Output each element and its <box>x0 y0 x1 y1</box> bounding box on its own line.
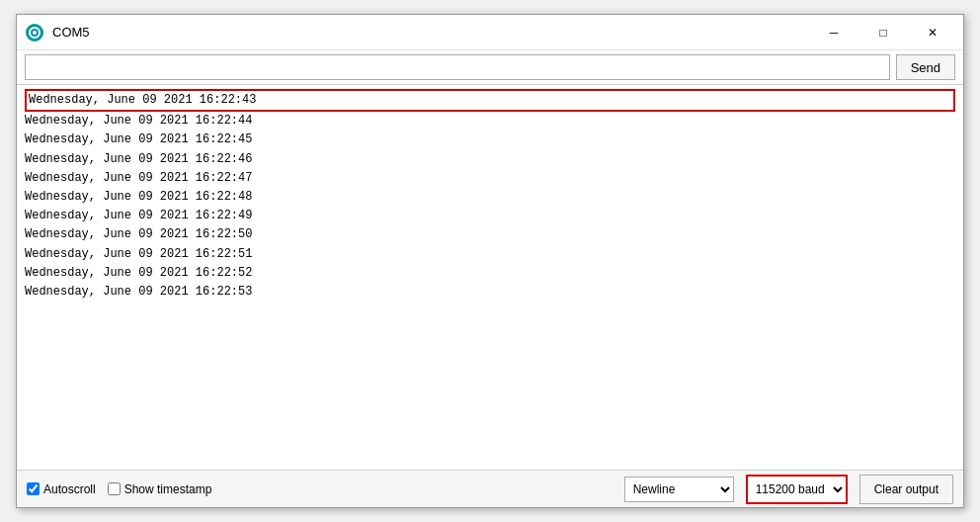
output-line: Wednesday, June 09 2021 16:22:49 <box>25 207 955 225</box>
title-bar: COM5 ─ □ ✕ <box>17 15 963 50</box>
status-bar: Autoscroll Show timestamp No line ending… <box>17 470 963 507</box>
output-line: Wednesday, June 09 2021 16:22:53 <box>25 283 955 302</box>
window-controls: ─ □ ✕ <box>811 18 955 47</box>
autoscroll-text: Autoscroll <box>43 482 96 496</box>
svg-point-2 <box>33 31 37 35</box>
output-line: Wednesday, June 09 2021 16:22:44 <box>25 112 955 130</box>
autoscroll-label[interactable]: Autoscroll <box>27 482 96 496</box>
baud-select-wrapper: 300 baud1200 baud2400 baud4800 baud9600 … <box>746 475 848 504</box>
output-line: Wednesday, June 09 2021 16:22:51 <box>25 245 955 264</box>
output-line: Wednesday, June 09 2021 16:22:50 <box>25 225 955 244</box>
output-line: Wednesday, June 09 2021 16:22:48 <box>25 188 955 207</box>
autoscroll-checkbox[interactable] <box>27 482 40 495</box>
output-area[interactable]: Wednesday, June 09 2021 16:22:43Wednesda… <box>17 85 963 470</box>
output-line: Wednesday, June 09 2021 16:22:52 <box>25 264 955 283</box>
app-icon <box>25 23 44 43</box>
baud-select[interactable]: 300 baud1200 baud2400 baud4800 baud9600 … <box>748 477 846 502</box>
show-timestamp-text: Show timestamp <box>124 482 212 496</box>
minimize-button[interactable]: ─ <box>811 18 857 47</box>
output-line: Wednesday, June 09 2021 16:22:46 <box>25 150 955 169</box>
window-title: COM5 <box>52 25 811 40</box>
send-button[interactable]: Send <box>896 54 955 80</box>
maximize-button[interactable]: □ <box>860 18 906 47</box>
show-timestamp-checkbox[interactable] <box>108 482 121 495</box>
output-line: Wednesday, June 09 2021 16:22:43 <box>25 89 955 112</box>
output-line: Wednesday, June 09 2021 16:22:47 <box>25 169 955 188</box>
clear-output-button[interactable]: Clear output <box>859 475 953 504</box>
show-timestamp-label[interactable]: Show timestamp <box>108 482 212 496</box>
main-window: COM5 ─ □ ✕ Send Wednesday, June 09 2021 … <box>16 14 964 508</box>
close-button[interactable]: ✕ <box>910 18 955 47</box>
output-line: Wednesday, June 09 2021 16:22:45 <box>25 130 955 149</box>
serial-input[interactable] <box>25 54 890 80</box>
newline-select[interactable]: No line endingNewlineCarriage returnBoth… <box>624 477 734 502</box>
toolbar: Send <box>17 50 963 85</box>
